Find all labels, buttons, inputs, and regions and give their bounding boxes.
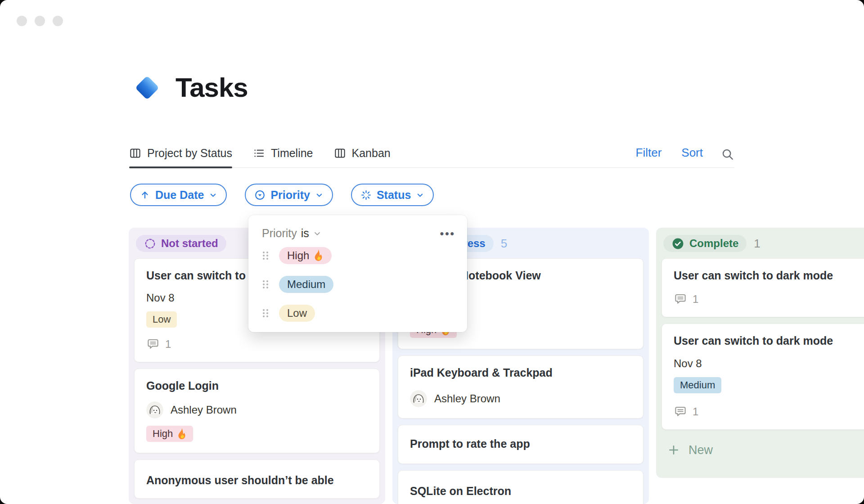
new-button-label: New bbox=[688, 443, 713, 457]
column-count: 1 bbox=[754, 237, 760, 251]
dropdown-option-low[interactable]: Low bbox=[248, 305, 467, 321]
card-title: User can switch to dark mode bbox=[674, 269, 864, 283]
dropdown-property[interactable]: Priority bbox=[262, 227, 297, 240]
tab-label: Timeline bbox=[271, 147, 313, 160]
flame-icon bbox=[313, 249, 324, 261]
blue-diamond-icon bbox=[132, 73, 162, 103]
tab-timeline[interactable]: Timeline bbox=[253, 147, 313, 167]
assignee: Ashley Brown bbox=[410, 390, 631, 407]
tab-label: Kanban bbox=[352, 147, 391, 160]
view-tabs-bar: Project by Status Timeline Kanban Filter… bbox=[129, 141, 734, 168]
status-badge: Not started bbox=[136, 235, 226, 252]
priority-option-badge: Medium bbox=[279, 276, 333, 293]
chevron-down-icon bbox=[416, 191, 424, 199]
priority-badge: Low bbox=[146, 311, 177, 328]
assignee-name: Ashley Brown bbox=[171, 404, 237, 416]
comment-count: 1 bbox=[674, 405, 864, 418]
pill-label: Priority bbox=[270, 189, 310, 202]
timeline-icon bbox=[253, 147, 265, 159]
column-complete: Complete 1 User can switch to dark mode … bbox=[656, 228, 864, 478]
status-label: Complete bbox=[689, 237, 738, 250]
chevron-down-icon bbox=[209, 191, 217, 199]
task-card[interactable]: User can switch to dark mode 1 bbox=[662, 258, 864, 317]
card-title: iPad Keyboard & Trackpad bbox=[410, 366, 631, 380]
card-title: Prompt to rate the app bbox=[410, 437, 631, 451]
status-filter-pill[interactable]: Status bbox=[351, 184, 434, 206]
page-header: Tasks bbox=[132, 72, 248, 103]
priority-badge: Medium bbox=[674, 377, 721, 393]
avatar bbox=[410, 390, 427, 407]
dropdown-options: High Medium Low bbox=[248, 247, 467, 321]
app-window: Tasks Project by Status Timeline Kanban … bbox=[0, 0, 864, 504]
dropdown-operator[interactable]: is bbox=[301, 227, 309, 240]
more-options-icon[interactable]: ••• bbox=[440, 227, 455, 240]
card-title: SQLite on Electron bbox=[410, 484, 631, 498]
tab-label: Project by Status bbox=[147, 147, 232, 160]
comment-count: 1 bbox=[146, 338, 368, 351]
status-spinner-icon bbox=[360, 189, 372, 201]
tab-project-by-status[interactable]: Project by Status bbox=[129, 147, 232, 167]
card-title: Anonymous user shouldn’t be able bbox=[146, 473, 368, 487]
card-due-date: Nov 8 bbox=[674, 357, 864, 370]
card-title: User can switch to dark mode bbox=[674, 334, 864, 348]
sort-link[interactable]: Sort bbox=[681, 146, 703, 167]
window-dot-icon[interactable] bbox=[17, 16, 27, 26]
dropdown-option-high[interactable]: High bbox=[248, 247, 467, 264]
filter-link[interactable]: Filter bbox=[636, 146, 662, 167]
priority-dropdown: Priority is ••• High bbox=[248, 215, 467, 332]
drag-handle-icon[interactable] bbox=[262, 308, 269, 318]
search-icon bbox=[721, 148, 734, 161]
chevron-down-icon bbox=[315, 191, 324, 199]
dropdown-header: Priority is ••• bbox=[248, 215, 467, 240]
window-dot-icon[interactable] bbox=[53, 16, 63, 26]
priority-icon bbox=[254, 189, 266, 201]
pill-label: Status bbox=[377, 189, 411, 202]
flame-icon bbox=[177, 428, 187, 440]
window-dot-icon[interactable] bbox=[35, 16, 45, 26]
priority-badge: High bbox=[146, 426, 193, 442]
chevron-down-icon bbox=[313, 229, 322, 238]
comment-icon bbox=[674, 405, 687, 418]
window-controls[interactable] bbox=[17, 16, 63, 26]
column-header[interactable]: Complete 1 bbox=[656, 228, 864, 258]
page-title: Tasks bbox=[176, 72, 248, 103]
plus-icon bbox=[668, 444, 680, 456]
task-card[interactable]: SQLite on Electron bbox=[398, 470, 644, 504]
search-button[interactable] bbox=[721, 148, 734, 167]
assignee: Ashley Brown bbox=[146, 401, 368, 418]
avatar bbox=[146, 401, 163, 418]
card-title: Google Login bbox=[146, 379, 368, 393]
task-card[interactable]: Prompt to rate the app bbox=[398, 425, 644, 464]
priority-option-badge: High bbox=[279, 247, 332, 264]
board-icon bbox=[334, 147, 346, 159]
priority-filter-pill[interactable]: Priority bbox=[245, 184, 333, 206]
arrow-up-icon bbox=[140, 189, 150, 200]
assignee-name: Ashley Brown bbox=[434, 392, 500, 405]
status-label: Not started bbox=[161, 237, 218, 250]
dropdown-option-medium[interactable]: Medium bbox=[248, 276, 467, 292]
priority-option-badge: Low bbox=[279, 305, 315, 322]
board-icon bbox=[129, 147, 141, 159]
task-card[interactable]: Google Login Ashley Brown High bbox=[134, 369, 380, 453]
check-circle-icon bbox=[671, 237, 684, 250]
filter-pills: Due Date Priority bbox=[130, 184, 434, 206]
pill-label: Due Date bbox=[155, 189, 204, 202]
comment-icon bbox=[146, 338, 160, 351]
tab-kanban[interactable]: Kanban bbox=[334, 147, 391, 167]
drag-handle-icon[interactable] bbox=[262, 279, 269, 289]
status-badge: Complete bbox=[663, 235, 747, 252]
column-count: 5 bbox=[501, 237, 507, 251]
task-card[interactable]: User can switch to dark mode Nov 8 Mediu… bbox=[662, 324, 864, 429]
comment-icon bbox=[674, 292, 687, 306]
task-card[interactable]: iPad Keyboard & Trackpad Ashley Brown bbox=[398, 356, 644, 418]
add-new-card-button[interactable]: New bbox=[656, 436, 864, 457]
due-date-filter-pill[interactable]: Due Date bbox=[130, 184, 227, 206]
task-card[interactable]: Anonymous user shouldn’t be able bbox=[134, 459, 380, 499]
comment-count: 1 bbox=[674, 292, 864, 306]
drag-handle-icon[interactable] bbox=[262, 251, 269, 261]
dashed-circle-icon bbox=[144, 238, 156, 250]
